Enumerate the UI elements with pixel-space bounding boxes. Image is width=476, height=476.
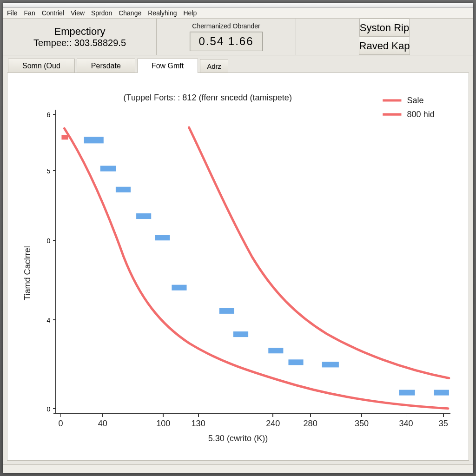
svg-rect-35 bbox=[233, 331, 248, 337]
titlebar bbox=[3, 3, 473, 8]
svg-text:100: 100 bbox=[156, 419, 170, 428]
marker-red bbox=[61, 135, 68, 139]
readout-value: 0.54 1.66 bbox=[190, 32, 262, 51]
tabs-row: Somn (Oud Persdate Fow Gmft Adrz bbox=[3, 55, 473, 73]
svg-rect-38 bbox=[322, 362, 339, 367]
svg-text:40: 40 bbox=[98, 419, 107, 428]
svg-rect-29 bbox=[100, 166, 116, 172]
x-axis-label: 5.30 (cwrito (K)) bbox=[208, 434, 268, 443]
svg-text:0: 0 bbox=[58, 419, 63, 428]
svg-rect-37 bbox=[288, 359, 303, 365]
readout-group: Chermanized Obrander 0.54 1.66 bbox=[157, 19, 296, 55]
menu-file[interactable]: File bbox=[7, 9, 18, 17]
raved-kap-button[interactable]: Raved Kap bbox=[359, 37, 410, 55]
tab-somn[interactable]: Somn (Oud bbox=[8, 59, 75, 73]
svg-text:4: 4 bbox=[47, 317, 51, 324]
svg-rect-40 bbox=[434, 390, 449, 396]
info-value: Tempee:: 303.58829.5 bbox=[33, 38, 126, 48]
readout-group-title: Chermanized Obrander bbox=[192, 22, 260, 30]
menu-help[interactable]: Help bbox=[184, 9, 197, 17]
y-axis: 6 5 0 4 0 bbox=[47, 110, 56, 413]
svg-text:6: 6 bbox=[47, 111, 51, 119]
menu-fan[interactable]: Fan bbox=[24, 9, 35, 17]
info-title: Empectiory bbox=[54, 26, 105, 38]
menu-contriel[interactable]: Contriel bbox=[42, 9, 64, 17]
svg-text:5: 5 bbox=[47, 167, 51, 175]
svg-text:0: 0 bbox=[47, 237, 51, 245]
chart-svg: (Tuppel Forts: : 812 (ffenr sncedd (tami… bbox=[14, 81, 462, 456]
svg-text:280: 280 bbox=[304, 419, 317, 428]
svg-text:340: 340 bbox=[399, 419, 413, 428]
series-sale bbox=[64, 128, 448, 409]
legend-label-1: Sale bbox=[407, 96, 424, 105]
chart-pane: (Tuppel Forts: : 812 (ffenr sncedd (tami… bbox=[7, 73, 469, 461]
y-axis-label: Tiamd Caclrrel bbox=[23, 246, 32, 300]
svg-text:35: 35 bbox=[439, 419, 448, 428]
syston-rip-button[interactable]: Syston Rip bbox=[359, 19, 410, 37]
menu-change[interactable]: Change bbox=[119, 9, 141, 17]
tab-persdate[interactable]: Persdate bbox=[77, 59, 135, 73]
svg-rect-33 bbox=[172, 285, 186, 291]
tab-fow-gmft[interactable]: Fow Gmft bbox=[137, 59, 198, 73]
legend-label-2: 800 hid bbox=[407, 110, 435, 119]
series-800hid bbox=[189, 127, 449, 378]
svg-text:240: 240 bbox=[266, 419, 280, 428]
x-axis: 0 40 100 130 240 280 350 340 35 bbox=[53, 413, 450, 428]
top-panel: Empectiory Tempee:: 303.58829.5 Chermani… bbox=[3, 19, 473, 55]
menu-realyhing[interactable]: Realyhing bbox=[148, 9, 177, 17]
chart-title: (Tuppel Forts: : 812 (ffenr sncedd (tami… bbox=[124, 93, 292, 102]
svg-rect-32 bbox=[155, 235, 170, 240]
svg-text:130: 130 bbox=[192, 419, 205, 428]
menu-view[interactable]: View bbox=[71, 9, 85, 17]
info-left: Empectiory Tempee:: 303.58829.5 bbox=[3, 19, 157, 55]
status-bar bbox=[3, 464, 473, 473]
app-window: File Fan Contriel View Sprdon Change Rea… bbox=[3, 3, 473, 473]
svg-rect-31 bbox=[136, 213, 151, 219]
action-buttons: Syston Rip Raved Kap bbox=[296, 19, 473, 55]
svg-rect-36 bbox=[268, 348, 283, 353]
series-blue-markers bbox=[84, 137, 449, 395]
tab-adrz[interactable]: Adrz bbox=[200, 59, 228, 73]
svg-rect-34 bbox=[219, 308, 234, 314]
svg-text:0: 0 bbox=[47, 405, 51, 413]
legend: Sale 800 hid bbox=[383, 96, 434, 119]
svg-text:350: 350 bbox=[355, 419, 369, 428]
menu-sprdon[interactable]: Sprdon bbox=[91, 9, 112, 17]
svg-rect-39 bbox=[399, 390, 415, 396]
svg-rect-28 bbox=[84, 137, 104, 143]
svg-rect-30 bbox=[116, 187, 131, 192]
menubar: File Fan Contriel View Sprdon Change Rea… bbox=[3, 8, 473, 19]
